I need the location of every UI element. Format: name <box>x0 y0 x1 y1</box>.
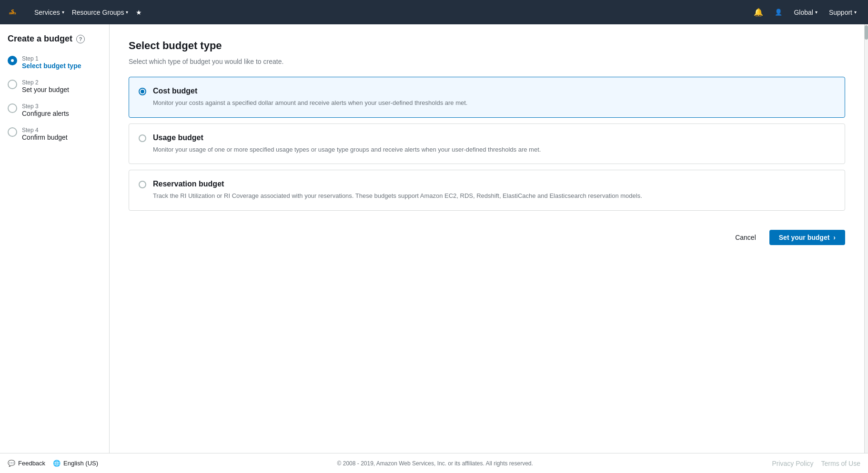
nav-right-section: 🔔 👤 Global ▾ Support ▾ <box>750 6 860 19</box>
feedback-button[interactable]: 💬 Feedback <box>8 460 45 467</box>
help-icon[interactable]: ? <box>76 35 85 43</box>
aws-logo[interactable]: aws <box>8 3 30 21</box>
support-menu[interactable]: Support ▾ <box>825 7 860 18</box>
favorites-button[interactable]: ★ <box>132 7 146 18</box>
usage-budget-radio[interactable] <box>139 134 146 142</box>
sidebar: Create a budget ? Step 1 Select budget t… <box>0 24 110 453</box>
budget-options-list: Cost budget Monitor your costs against a… <box>129 77 845 216</box>
usage-budget-title: Usage budget <box>153 134 541 142</box>
usage-budget-content: Usage budget Monitor your usage of one o… <box>153 134 541 154</box>
step-2-item: Step 2 Set your budget <box>8 79 101 93</box>
reservation-budget-description: Track the RI Utilization or RI Coverage … <box>153 191 642 201</box>
step-2-indicator <box>8 80 17 89</box>
language-label: English (US) <box>63 460 98 467</box>
step-4-content: Step 4 Confirm budget <box>22 127 68 141</box>
services-menu[interactable]: Services ▾ <box>30 7 68 18</box>
step-3-indicator <box>8 103 17 113</box>
reservation-budget-option[interactable]: Reservation budget Track the RI Utilizat… <box>129 170 845 211</box>
step-list: Step 1 Select budget type Step 2 Set you… <box>8 55 101 141</box>
content-page-title: Select budget type <box>129 40 845 52</box>
cost-budget-description: Monitor your costs against a specified d… <box>153 98 467 108</box>
step-4-item: Step 4 Confirm budget <box>8 127 101 141</box>
step-3-item: Step 3 Configure alerts <box>8 103 101 117</box>
step-2-label: Step 2 <box>22 79 69 86</box>
step-3-name: Configure alerts <box>22 110 69 117</box>
reservation-budget-content: Reservation budget Track the RI Utilizat… <box>153 180 642 201</box>
step-4-indicator <box>8 127 17 137</box>
resource-groups-menu[interactable]: Resource Groups ▾ <box>68 7 132 18</box>
usage-budget-description: Monitor your usage of one or more specif… <box>153 145 541 154</box>
support-chevron-icon: ▾ <box>854 10 857 15</box>
usage-budget-option[interactable]: Usage budget Monitor your usage of one o… <box>129 123 845 165</box>
cost-budget-content: Cost budget Monitor your costs against a… <box>153 87 467 108</box>
terms-of-use-link[interactable]: Terms of Use <box>821 460 860 467</box>
support-label: Support <box>829 9 852 16</box>
step-1-label: Step 1 <box>22 55 81 62</box>
content-area: Select budget type Select which type of … <box>110 24 864 453</box>
page-title-sidebar: Create a budget <box>8 34 72 44</box>
step-4-label: Step 4 <box>22 127 68 134</box>
step-1-name: Select budget type <box>22 62 81 70</box>
star-icon: ★ <box>136 9 142 16</box>
globe-icon: 🌐 <box>53 460 61 467</box>
top-navigation: aws Services ▾ Resource Groups ▾ ★ 🔔 👤 G… <box>0 0 868 24</box>
content-subtitle: Select which type of budget you would li… <box>129 58 845 65</box>
user-avatar: 👤 <box>775 9 782 16</box>
step-2-name: Set your budget <box>22 86 69 93</box>
set-budget-label: Set your budget <box>779 234 830 241</box>
footer-bar: 💬 Feedback 🌐 English (US) © 2008 - 2019,… <box>0 453 868 473</box>
scrollbar-thumb[interactable] <box>865 25 868 40</box>
resource-groups-chevron-icon: ▾ <box>126 10 128 15</box>
step-3-content: Step 3 Configure alerts <box>22 103 69 117</box>
copyright-text: © 2008 - 2019, Amazon Web Services, Inc.… <box>106 460 764 467</box>
user-menu[interactable]: 👤 <box>771 7 786 18</box>
sidebar-title-row: Create a budget ? <box>8 34 101 44</box>
cost-budget-option[interactable]: Cost budget Monitor your costs against a… <box>129 77 845 118</box>
step-1-content: Step 1 Select budget type <box>22 55 81 70</box>
reservation-budget-radio[interactable] <box>139 181 146 188</box>
cost-budget-title: Cost budget <box>153 87 467 95</box>
language-button[interactable]: 🌐 English (US) <box>53 460 98 467</box>
region-chevron-icon: ▾ <box>815 10 818 15</box>
svg-text:aws: aws <box>9 11 16 15</box>
resource-groups-label: Resource Groups <box>72 9 124 16</box>
arrow-right-icon: › <box>833 234 836 241</box>
step-1-item: Step 1 Select budget type <box>8 55 101 70</box>
services-chevron-icon: ▾ <box>62 10 64 15</box>
region-label: Global <box>794 9 813 16</box>
notifications-button[interactable]: 🔔 <box>750 6 767 19</box>
set-budget-button[interactable]: Set your budget › <box>769 230 845 245</box>
cost-budget-radio[interactable] <box>139 88 146 95</box>
step-1-indicator <box>8 56 17 65</box>
bell-icon: 🔔 <box>754 8 763 16</box>
region-menu[interactable]: Global ▾ <box>790 7 821 18</box>
step-3-label: Step 3 <box>22 103 69 110</box>
cancel-button[interactable]: Cancel <box>727 230 764 245</box>
reservation-budget-title: Reservation budget <box>153 180 642 188</box>
feedback-label: Feedback <box>18 460 45 467</box>
main-layout: Create a budget ? Step 1 Select budget t… <box>0 24 868 453</box>
step-2-content: Step 2 Set your budget <box>22 79 69 93</box>
action-row: Cancel Set your budget › <box>129 230 845 245</box>
services-label: Services <box>34 9 60 16</box>
scrollbar[interactable] <box>864 24 868 453</box>
speech-bubble-icon: 💬 <box>8 460 15 467</box>
privacy-policy-link[interactable]: Privacy Policy <box>772 460 813 467</box>
step-4-name: Confirm budget <box>22 134 68 141</box>
